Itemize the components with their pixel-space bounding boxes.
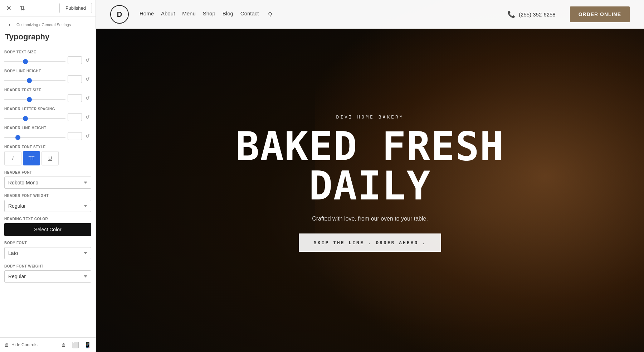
body-text-size-group: BODY TEXT SIZE 16 ↺ [3, 50, 93, 64]
header-font-label: HEADER FONT [3, 170, 93, 174]
customizer-panel: ✕ ⇅ Published ‹ Customizing › General Se… [0, 0, 96, 352]
body-line-height-slider[interactable] [4, 80, 65, 81]
select-color-button[interactable]: Select Color [4, 223, 91, 236]
mobile-icon[interactable]: 📱 [83, 341, 92, 349]
nav-link-about[interactable]: About [161, 10, 175, 18]
header-letter-spacing-reset[interactable]: ↺ [84, 114, 91, 121]
header-letter-spacing-row: 0 ↺ [3, 113, 93, 121]
header-font-weight-dropdown-row: Regular Bold Light Medium [3, 200, 93, 212]
hero-title-line2: DAILY [234, 166, 506, 206]
phone-number: (255) 352-6258 [519, 11, 556, 18]
header-text-size-slider[interactable] [4, 99, 65, 100]
nav-link-contact[interactable]: Contact [240, 10, 259, 18]
header-font-style-group: HEADER FONT STYLE I TT U [3, 145, 93, 165]
header-text-size-input[interactable]: 30 [68, 94, 82, 102]
phone-icon: 📞 [507, 10, 515, 18]
nav-links: Home About Menu Shop Blog Contact ⚲ [140, 10, 486, 18]
body-text-size-slider[interactable] [4, 61, 65, 62]
nav-logo: D [110, 5, 129, 24]
body-font-weight-group: BODY FONT WEIGHT Regular Bold Light Medi… [3, 264, 93, 283]
font-style-row: I TT U [3, 151, 93, 165]
header-letter-spacing-group: HEADER LETTER SPACING 0 ↺ [3, 107, 93, 121]
search-icon[interactable]: ⚲ [266, 10, 274, 18]
hero-tagline: Crafted with love, from our oven to your… [234, 216, 506, 222]
body-line-height-label: BODY LINE HEIGHT [3, 69, 93, 73]
published-button[interactable]: Published [59, 3, 92, 13]
header-font-weight-group: HEADER FONT WEIGHT Regular Bold Light Me… [3, 194, 93, 212]
order-online-button[interactable]: ORDER ONLINE [570, 6, 630, 22]
back-arrow-icon[interactable]: ‹ [5, 20, 14, 29]
device-icons: 🖥 ⬜ 📱 [59, 341, 92, 349]
bottom-bar: 🖥 Hide Controls 🖥 ⬜ 📱 [0, 337, 96, 352]
header-letter-spacing-label: HEADER LETTER SPACING [3, 107, 93, 111]
header-letter-spacing-input[interactable]: 0 [68, 113, 82, 121]
hero-title: BAKED FRESH DAILY [234, 127, 506, 206]
desktop-icon[interactable]: 🖥 [59, 341, 68, 349]
header-letter-spacing-slider-container [4, 114, 65, 120]
body-font-weight-dropdown-row: Regular Bold Light Medium [3, 270, 93, 283]
body-line-height-input[interactable]: 1.8 [68, 75, 82, 83]
hero-title-line1: BAKED FRESH [234, 127, 506, 166]
body-line-height-slider-container [4, 76, 65, 82]
header-line-height-input[interactable]: 1 [68, 132, 82, 140]
body-line-height-row: 1.8 ↺ [3, 75, 93, 83]
breadcrumb: Customizing › General Settings [16, 23, 71, 27]
close-icon[interactable]: ✕ [4, 3, 14, 13]
bold-style-button[interactable]: TT [23, 151, 40, 165]
body-text-size-input[interactable]: 16 [68, 56, 82, 64]
hide-controls-button[interactable]: 🖥 Hide Controls [4, 342, 38, 348]
body-line-height-reset[interactable]: ↺ [84, 76, 91, 83]
header-font-weight-label: HEADER FONT WEIGHT [3, 194, 93, 198]
body-text-size-reset[interactable]: ↺ [84, 57, 91, 64]
nav-phone: 📞 (255) 352-6258 [507, 10, 556, 18]
header-text-size-label: HEADER TEXT SIZE [3, 88, 93, 92]
header-line-height-reset[interactable]: ↺ [84, 132, 91, 140]
heading-text-color-label: HEADING TEXT COLOR [3, 217, 93, 221]
swap-icon[interactable]: ⇅ [17, 3, 27, 13]
body-font-weight-select[interactable]: Regular Bold Light Medium [4, 270, 91, 283]
body-font-select[interactable]: Lato Roboto Mono Open Sans Montserrat [4, 247, 91, 259]
header-text-size-slider-container [4, 95, 65, 101]
tablet-icon[interactable]: ⬜ [71, 341, 80, 349]
heading-text-color-group: HEADING TEXT COLOR Select Color [3, 217, 93, 236]
header-text-size-reset[interactable]: ↺ [84, 95, 91, 102]
body-font-weight-label: BODY FONT WEIGHT [3, 264, 93, 268]
body-text-size-label: BODY TEXT SIZE [3, 50, 93, 54]
header-font-dropdown-row: Roboto Mono Lato Open Sans Montserrat [3, 177, 93, 189]
header-font-weight-select[interactable]: Regular Bold Light Medium [4, 200, 91, 212]
header-line-height-slider[interactable] [4, 137, 65, 138]
controls-area: BODY TEXT SIZE 16 ↺ BODY LINE HEIGHT 1.8… [0, 47, 96, 337]
header-letter-spacing-slider[interactable] [4, 118, 65, 119]
nav-link-blog[interactable]: Blog [223, 10, 233, 18]
cta-button[interactable]: SKIP THE LINE . ORDER AHEAD . [299, 233, 441, 252]
header-font-select[interactable]: Roboto Mono Lato Open Sans Montserrat [4, 177, 91, 189]
body-font-label: BODY FONT [3, 241, 93, 245]
breadcrumb-area: ‹ Customizing › General Settings [0, 16, 96, 32]
preview-area: D Home About Menu Shop Blog Contact ⚲ 📞 … [96, 0, 644, 352]
preview-nav: D Home About Menu Shop Blog Contact ⚲ 📞 … [96, 0, 644, 29]
header-line-height-row: 1 ↺ [3, 132, 93, 140]
body-line-height-group: BODY LINE HEIGHT 1.8 ↺ [3, 69, 93, 83]
header-font-style-label: HEADER FONT STYLE [3, 145, 93, 149]
nav-link-menu[interactable]: Menu [182, 10, 196, 18]
body-font-group: BODY FONT Lato Roboto Mono Open Sans Mon… [3, 241, 93, 259]
header-text-size-row: 30 ↺ [3, 94, 93, 102]
bakery-subtitle: DIVI HOME BAKERY [234, 114, 506, 120]
panel-title: Typography [0, 32, 96, 47]
header-line-height-slider-container [4, 133, 65, 139]
body-font-dropdown-row: Lato Roboto Mono Open Sans Montserrat [3, 247, 93, 259]
hero-content: DIVI HOME BAKERY BAKED FRESH DAILY Craft… [234, 114, 506, 252]
nav-link-shop[interactable]: Shop [203, 10, 215, 18]
header-line-height-group: HEADER LINE HEIGHT 1 ↺ [3, 126, 93, 140]
body-text-size-row: 16 ↺ [3, 56, 93, 64]
header-font-group: HEADER FONT Roboto Mono Lato Open Sans M… [3, 170, 93, 189]
header-text-size-group: HEADER TEXT SIZE 30 ↺ [3, 88, 93, 102]
header-line-height-label: HEADER LINE HEIGHT [3, 126, 93, 130]
nav-link-home[interactable]: Home [140, 10, 154, 18]
body-text-size-slider-container [4, 57, 65, 63]
preview-background: D Home About Menu Shop Blog Contact ⚲ 📞 … [96, 0, 644, 352]
italic-style-button[interactable]: I [4, 151, 21, 165]
monitor-icon: 🖥 [4, 342, 9, 348]
top-bar: ✕ ⇅ Published [0, 0, 96, 16]
underline-style-button[interactable]: U [42, 151, 59, 165]
